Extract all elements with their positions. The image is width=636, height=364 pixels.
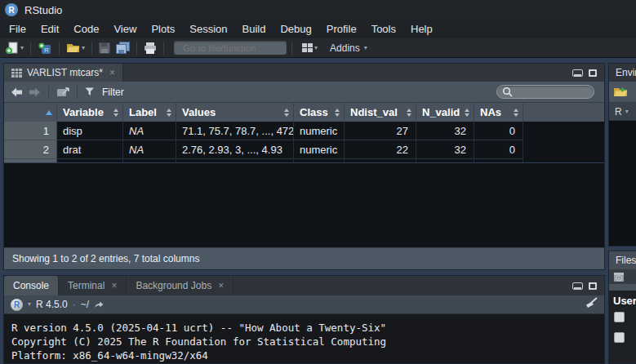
back-arrow-icon[interactable] — [11, 87, 23, 97]
sort-icon[interactable] — [510, 109, 518, 117]
cell-label: NA — [123, 122, 176, 140]
addins-caret-icon[interactable]: ▾ — [364, 45, 367, 51]
toolbar-separator — [291, 42, 292, 55]
load-workspace-icon[interactable] — [613, 87, 628, 97]
goto-directory-arrow-icon[interactable] — [94, 300, 104, 309]
tab-varlist-mtcars[interactable]: VARLIST mtcars* × — [4, 64, 123, 82]
column-header-values[interactable]: Values — [176, 103, 294, 122]
panes-grid-icon — [302, 43, 313, 52]
column-header-class[interactable]: Class — [294, 103, 345, 122]
viewer-tabstrip: VARLIST mtcars* × — [4, 64, 604, 82]
new-file-caret-icon[interactable]: ▾ — [20, 45, 24, 51]
menu-help[interactable]: Help — [403, 20, 440, 38]
sort-icon[interactable] — [403, 109, 411, 117]
column-header-n-valid[interactable]: N_valid — [416, 103, 474, 122]
environment-language-bar[interactable]: R ▾ — [609, 103, 636, 121]
new-file-button[interactable]: ▾ — [3, 40, 25, 56]
table-row[interactable]: 1 disp NA 71.1, 75.7, 78.7, ..., 472 num… — [4, 122, 604, 140]
sort-icon[interactable] — [461, 109, 469, 117]
menu-debug[interactable]: Debug — [273, 20, 318, 38]
minimize-icon[interactable] — [572, 69, 583, 77]
file-checkbox[interactable] — [614, 332, 625, 343]
goto-file-search[interactable] — [174, 41, 287, 55]
r-dropdown-caret-icon: ▾ — [625, 109, 629, 115]
console-line: R version 4.5.0 (2025-04-11 ucrt) -- "Ho… — [11, 321, 604, 335]
cell-n-valid: 32 — [416, 122, 474, 140]
new-project-button[interactable]: R — [36, 40, 54, 56]
working-directory-label[interactable]: ~/ — [81, 299, 89, 310]
sort-icon[interactable] — [110, 109, 118, 117]
filter-button[interactable]: Filter — [102, 87, 124, 98]
column-header-variable[interactable]: Variable — [57, 103, 123, 122]
console-tabstrip: Console Terminal × Background Jobs × — [4, 276, 604, 295]
filter-funnel-icon[interactable] — [85, 87, 95, 96]
forward-arrow-icon[interactable] — [29, 87, 41, 97]
rownum-header-cell[interactable] — [4, 103, 57, 122]
file-row[interactable] — [609, 307, 636, 327]
r-version-caret-icon[interactable]: ▾ — [28, 301, 31, 308]
tab-background-jobs[interactable]: Background Jobs × — [127, 276, 233, 295]
print-button[interactable] — [142, 41, 158, 55]
toolbar-separator — [163, 42, 164, 55]
titlebar: R RStudio — [0, 0, 636, 20]
column-header-nas[interactable]: NAs — [474, 103, 523, 122]
menu-plots[interactable]: Plots — [144, 20, 182, 38]
save-button[interactable] — [97, 41, 112, 55]
viewer-toolbar-separator — [48, 86, 49, 99]
table-row[interactable]: 2 drat NA 2.76, 2.93, 3, ..., 4.93 numer… — [4, 140, 604, 159]
sort-icon[interactable] — [281, 109, 289, 117]
goto-file-input[interactable] — [183, 43, 309, 53]
environment-tabstrip: Environment — [609, 64, 636, 82]
cell-class: numeric — [294, 140, 345, 159]
viewer-tab-title: VARLIST mtcars* — [27, 67, 103, 78]
column-header-ndist-val[interactable]: Ndist_val — [345, 103, 416, 122]
separator-dot: · — [73, 299, 76, 310]
menu-view[interactable]: View — [106, 20, 144, 38]
tab-files[interactable]: Files — [609, 251, 636, 269]
r-version-icon[interactable]: R — [11, 299, 23, 311]
tab-environment[interactable]: Environment — [616, 67, 636, 78]
r-dropdown-label: R — [615, 106, 622, 118]
menu-file[interactable]: File — [2, 20, 33, 38]
new-blank-file-icon[interactable] — [612, 271, 625, 283]
minimize-icon[interactable] — [572, 282, 583, 290]
close-icon[interactable]: × — [111, 281, 117, 291]
main-toolbar: ▾ R ▾ ▾ Addins ▾ — [0, 38, 636, 58]
menu-tools[interactable]: Tools — [364, 20, 403, 38]
console-window-controls — [572, 276, 604, 295]
menu-code[interactable]: Code — [66, 20, 106, 38]
close-icon[interactable]: × — [109, 68, 115, 78]
viewer-window-controls — [572, 64, 604, 82]
file-row[interactable] — [609, 327, 636, 348]
panes-caret-icon[interactable]: ▾ — [314, 45, 318, 51]
menu-edit[interactable]: Edit — [33, 20, 66, 38]
environment-toolbar — [609, 82, 636, 103]
addins-button[interactable]: Addins ▾ — [322, 41, 369, 55]
maximize-icon[interactable] — [589, 282, 597, 290]
menu-session[interactable]: Session — [182, 20, 234, 38]
open-file-caret-icon[interactable]: ▾ — [82, 45, 85, 51]
file-checkbox[interactable] — [614, 312, 625, 322]
save-all-button[interactable] — [114, 40, 131, 55]
tab-console[interactable]: Console — [4, 276, 59, 295]
sort-icon[interactable] — [163, 109, 171, 117]
viewer-search-input[interactable] — [516, 87, 589, 97]
viewer-search-box[interactable] — [496, 85, 594, 99]
maximize-icon[interactable] — [589, 69, 597, 77]
open-in-new-window-icon[interactable] — [56, 87, 69, 97]
sort-icon[interactable] — [331, 109, 340, 117]
cell-variable: drat — [57, 140, 123, 159]
entries-summary: Showing 1 to 2 of 2 entries, 7 total col… — [12, 253, 199, 264]
files-path-label[interactable]: Users — [609, 291, 636, 307]
toolbar-separator — [30, 42, 31, 55]
menu-build[interactable]: Build — [235, 20, 274, 38]
console-output[interactable]: R version 4.5.0 (2025-04-11 ucrt) -- "Ho… — [4, 314, 604, 362]
clear-console-button[interactable] — [584, 297, 598, 312]
open-file-button[interactable]: ▾ — [64, 41, 87, 55]
tab-terminal[interactable]: Terminal × — [59, 276, 127, 295]
column-header-label[interactable]: Label — [123, 103, 176, 122]
workspace-panes-button[interactable]: ▾ — [300, 42, 319, 54]
cell-variable: disp — [57, 122, 123, 140]
menu-profile[interactable]: Profile — [319, 20, 364, 38]
close-icon[interactable]: × — [218, 281, 224, 291]
